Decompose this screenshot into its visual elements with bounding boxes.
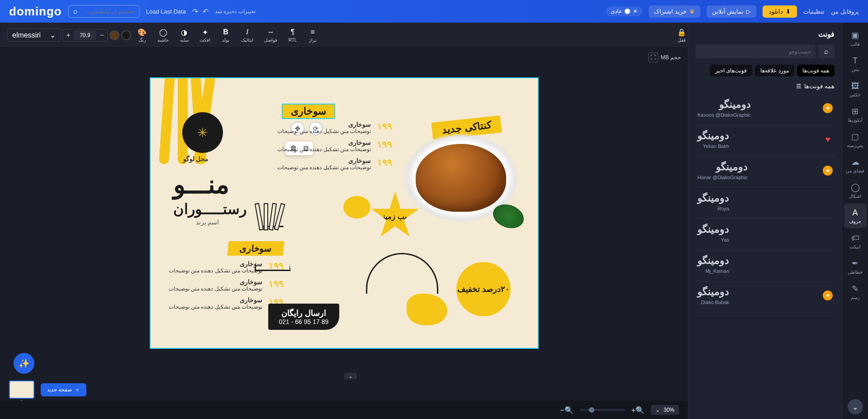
font-search-button[interactable]: ⌕ (818, 45, 835, 58)
rail-sticker[interactable]: 🏷اتیکت (844, 229, 867, 253)
tb-border[interactable]: ◯حاشیه (153, 26, 173, 44)
menu-title[interactable]: منـــو (173, 173, 229, 196)
font-row[interactable]: ★دومینگوHonar @DiakoGraphic (696, 157, 835, 188)
font-sample: دومینگو (697, 130, 729, 142)
download-button[interactable]: ⬇ دانلود (763, 5, 797, 18)
rail-shapes[interactable]: ◯اشکال (844, 178, 867, 203)
rail-icons[interactable]: ⊞آیکون‌ها (844, 102, 867, 127)
design-canvas[interactable]: ✳ محل لوگو منـــو رستـــــوران اسم برند … (150, 77, 539, 349)
star-icon[interactable]: ★ (823, 166, 833, 176)
app-search[interactable]: ⌕ (68, 5, 140, 18)
rail-letters[interactable]: Aحروف (844, 204, 867, 228)
rail-myspace[interactable]: ☁فضای من (844, 153, 867, 177)
pen-icon: ✎ (852, 284, 859, 294)
play-icon: ▷ (746, 8, 751, 15)
taco-illustration[interactable] (366, 253, 438, 294)
rail-image[interactable]: 🖼عکس (844, 77, 867, 101)
font-size-input[interactable] (74, 30, 96, 40)
font-row[interactable]: ★دومینگوKavoos @DiakoGraphic (696, 94, 835, 125)
effect-icon: ✦ (200, 28, 209, 37)
font-sample: دومینگو (697, 161, 748, 173)
font-sample: دومینگو (697, 224, 729, 235)
tab-all-fonts[interactable]: همه فونت‌ها (797, 65, 835, 76)
font-row[interactable]: ♥دومینگوYekan Bakh (696, 125, 835, 157)
logo-label[interactable]: محل لوگو (183, 155, 209, 162)
rail-collapse[interactable]: ⌄ (848, 399, 863, 414)
rtl-icon: ¶ (288, 28, 297, 37)
tb-effect[interactable]: ✦افکت (195, 26, 215, 44)
tb-shadow[interactable]: ◑سایه (175, 26, 193, 44)
theme-toggle[interactable]: ☀ عادی (606, 6, 642, 16)
discount-badge[interactable]: ۲۰درصد تخفیف (456, 262, 511, 316)
undo-icon[interactable]: ↶ (203, 7, 209, 16)
tab-recent[interactable]: فونت‌های اخیر (710, 65, 752, 76)
magic-fab[interactable]: ✨ (14, 353, 34, 374)
star-icon[interactable]: ★ (823, 290, 833, 300)
decor-blob (407, 294, 447, 325)
font-family-dropdown[interactable]: ⌄ elmessiri (7, 29, 61, 42)
buy-subscription-button[interactable]: ♛ خرید اشتراک (649, 5, 700, 18)
rail-background[interactable]: ▢پس‌زمینه (844, 128, 867, 152)
font-row[interactable]: ★دومینگوDiako Babak (696, 281, 835, 313)
star-icon[interactable] (823, 228, 833, 238)
heart-icon[interactable]: ♥ (823, 134, 833, 144)
tb-align[interactable]: ≡تراز (304, 26, 322, 44)
star-icon[interactable]: ★ (823, 103, 833, 113)
zoom-slider[interactable] (580, 409, 625, 411)
rail-text[interactable]: Tمتن (844, 52, 867, 76)
tb-spacing[interactable]: ↔فواصل (260, 26, 282, 44)
font-list: ★دومینگوKavoos @DiakoGraphic♥دومینگوYeka… (696, 94, 835, 313)
profile-link[interactable]: پروفایل من (831, 8, 859, 15)
tb-bold[interactable]: Bبولد (217, 26, 235, 44)
star-icon[interactable] (823, 197, 833, 207)
lock-icon: 🔒 (677, 28, 686, 37)
tag-icon: 🏷 (851, 233, 859, 243)
expand-icon[interactable]: ⛶ (648, 52, 658, 62)
font-name: Honar @DiakoGraphic (697, 175, 748, 180)
brand-name[interactable]: اسم برند (196, 219, 219, 226)
star-icon[interactable] (823, 259, 833, 269)
free-shipping-badge[interactable]: ارسال رایگان 021 - 66 95 17 89 (268, 304, 340, 330)
font-sample: دومینگو (697, 99, 751, 110)
tb-rtl[interactable]: ¶RTL (284, 26, 302, 44)
zoom-in-icon[interactable]: 🔍+ (631, 406, 645, 414)
pages-collapse[interactable]: ⌄ (344, 373, 357, 379)
decor-blob (343, 196, 370, 219)
tb-italic[interactable]: Iایتالیک (237, 26, 258, 44)
font-row[interactable]: دومینگوMj_Kaman (696, 250, 835, 281)
zoom-dropdown[interactable]: 30% ⌄ (651, 405, 679, 415)
app-search-input[interactable] (81, 8, 135, 14)
redo-icon[interactable]: ↷ (192, 7, 198, 16)
font-name-label: elmessiri (12, 31, 41, 39)
app-logo: domingo (9, 5, 62, 19)
spacing-icon: ↔ (266, 28, 275, 37)
rail-draw[interactable]: ✎رسم (844, 280, 867, 304)
menu-subtitle[interactable]: رستـــــوران (173, 200, 247, 218)
page-thumbnail-1[interactable]: 1 (9, 381, 34, 399)
font-name: Kavoos @DiakoGraphic (697, 112, 751, 118)
logo-placeholder[interactable]: ✳ (182, 112, 223, 153)
menu-group-top[interactable]: ۱۹۹سوخاریتوضیحات متن تشکیل دهنده متن توض… (277, 101, 393, 171)
align-icon: ≡ (308, 28, 317, 37)
tb-color[interactable]: 🎨رنگ (133, 26, 151, 44)
tab-favorites[interactable]: مورد علاقه‌ها (755, 65, 794, 76)
fonts-list-header: همه فونت‌ها ☰ (696, 83, 835, 90)
crown-icon: ♛ (689, 8, 695, 15)
load-last-data[interactable]: Load Last Data (146, 8, 186, 15)
rail-calligraphy[interactable]: ✒خطاطی (844, 254, 867, 279)
rail-template[interactable]: ▣قالب (844, 26, 867, 51)
font-row[interactable]: دومینگوRoya (696, 188, 835, 219)
font-row[interactable]: دومینگوYas (696, 219, 835, 250)
settings-link[interactable]: تنظیمات (803, 8, 825, 15)
font-size-increase[interactable]: + (63, 29, 74, 41)
zoom-out-icon[interactable]: 🔍− (560, 406, 573, 414)
sun-icon: ☀ (633, 8, 638, 14)
size-indicator[interactable]: حجم MB ⛶ (648, 52, 681, 62)
font-search-input[interactable] (696, 45, 816, 58)
fries-illustration[interactable] (250, 208, 295, 271)
font-size-decrease[interactable]: − (96, 29, 107, 41)
color-swatch-2[interactable] (109, 30, 119, 40)
color-swatch-1[interactable] (121, 30, 131, 40)
new-page-button[interactable]: ＋ صفحه جدید (41, 383, 86, 396)
preview-button[interactable]: ▷ نمایش آنلاین (707, 5, 757, 18)
